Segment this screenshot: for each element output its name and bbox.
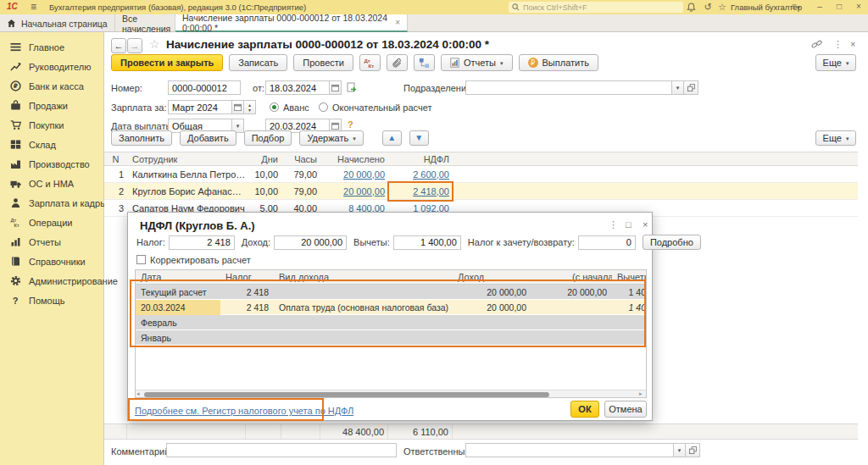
comment-input[interactable] bbox=[166, 443, 397, 457]
deductions-input[interactable] bbox=[393, 235, 461, 250]
help-question-icon[interactable]: ? bbox=[348, 119, 353, 130]
sidebar-item-bank-cash[interactable]: ₽ Банк и касса bbox=[0, 76, 103, 96]
global-search[interactable] bbox=[509, 2, 683, 13]
hamburger-menu-icon[interactable]: ≡ bbox=[31, 1, 36, 13]
window-minimize-icon[interactable]: – bbox=[812, 2, 827, 11]
ndfl-row-current[interactable]: Текущий расчет 2 418 20 000,00 20 000,00… bbox=[136, 285, 646, 300]
ndfl-link[interactable]: 2 418,00 bbox=[413, 186, 449, 197]
more-button-top[interactable]: Еще▾ bbox=[815, 54, 856, 71]
more-button-table[interactable]: Еще▾ bbox=[815, 130, 856, 146]
dialog-kebab-icon[interactable]: ⋮ bbox=[609, 219, 618, 230]
offset-input[interactable] bbox=[578, 235, 636, 250]
pay-button[interactable]: ₽ Выплатить bbox=[519, 54, 598, 71]
sidebar-item-warehouse[interactable]: Склад bbox=[0, 135, 103, 154]
scroll-left-arrow[interactable]: ◂ bbox=[136, 390, 140, 397]
calendar-icon[interactable] bbox=[330, 80, 342, 95]
purchases-cart-icon bbox=[9, 119, 21, 131]
pick-button[interactable]: Подбор bbox=[244, 130, 292, 146]
withhold-button[interactable]: Удержать▾ bbox=[299, 130, 363, 146]
tab-home[interactable]: Начальная страница bbox=[0, 14, 115, 32]
favorites-star-icon[interactable]: ☆ bbox=[715, 2, 730, 13]
sidebar-item-salary-hr[interactable]: Зарплата и кадры bbox=[0, 193, 103, 213]
post-button[interactable]: Провести bbox=[293, 54, 353, 71]
window-maximize-icon[interactable]: □ bbox=[832, 2, 847, 11]
sidebar-item-main[interactable]: Главное bbox=[0, 37, 103, 57]
sidebar-item-operations[interactable]: ДтКт Операции bbox=[0, 213, 103, 232]
save-button[interactable]: Записать bbox=[229, 54, 287, 71]
responsible-input[interactable] bbox=[465, 443, 674, 457]
scrollbar-thumb[interactable] bbox=[144, 392, 549, 397]
tab-all-accruals[interactable]: Все начисления × bbox=[115, 14, 175, 32]
calendar-icon[interactable] bbox=[232, 100, 244, 114]
date-input[interactable] bbox=[265, 80, 330, 95]
dropdown-arrow-icon[interactable]: ▾ bbox=[672, 80, 684, 95]
sidebar-item-fixed-assets[interactable]: ОС и НМА bbox=[0, 174, 103, 193]
income-input[interactable] bbox=[274, 235, 347, 250]
fill-button[interactable]: Заполнить bbox=[111, 130, 172, 146]
dt-kt-button[interactable]: ДтКт bbox=[359, 54, 381, 71]
ndfl-row-february[interactable]: Февраль bbox=[136, 315, 646, 330]
more-actions-icon[interactable]: ⋮ bbox=[833, 39, 843, 50]
ndfl-register-link[interactable]: Подробнее см. Регистр налогового учета п… bbox=[135, 406, 353, 416]
advance-radio[interactable] bbox=[270, 102, 279, 112]
post-and-close-button[interactable]: Провести и закрыть bbox=[111, 54, 223, 71]
attachments-button[interactable] bbox=[387, 54, 408, 71]
adjust-calc-checkbox[interactable] bbox=[136, 255, 146, 264]
favorite-star-icon[interactable]: ☆ bbox=[149, 37, 160, 51]
tab-salary-accrual[interactable]: Начисление зарплаты 0000-000012 от 18.03… bbox=[175, 14, 408, 32]
salary-for-input[interactable] bbox=[168, 100, 232, 114]
get-link-icon[interactable] bbox=[811, 39, 822, 52]
number-input[interactable] bbox=[168, 80, 241, 95]
reports-button[interactable]: Отчеты ▾ bbox=[441, 54, 513, 71]
sidebar-item-directories[interactable]: Справочники bbox=[0, 252, 103, 271]
tax-input[interactable] bbox=[169, 235, 235, 250]
dialog-maximize-icon[interactable]: □ bbox=[626, 219, 632, 230]
move-up-button[interactable]: ▲ bbox=[382, 130, 402, 146]
set-current-date-icon[interactable] bbox=[347, 82, 358, 95]
sidebar-item-purchases[interactable]: Покупки bbox=[0, 115, 103, 135]
history-icon[interactable]: ↺ bbox=[700, 2, 715, 13]
warehouse-grid-icon bbox=[9, 139, 21, 151]
structure-button[interactable] bbox=[414, 54, 435, 71]
open-link-icon[interactable] bbox=[684, 80, 698, 95]
window-titlebar: 1С ≡ Бухгалтерия предприятия (базовая), … bbox=[0, 0, 868, 14]
open-link-icon[interactable] bbox=[686, 443, 700, 457]
service-menu-icon[interactable]: ≡▾ bbox=[788, 2, 804, 11]
move-down-button[interactable]: ▼ bbox=[409, 130, 429, 146]
ndfl-row-selected[interactable]: 20.03.2024 2 418 Оплата труда (основная … bbox=[136, 300, 646, 315]
accrued-link[interactable]: 20 000,00 bbox=[343, 169, 385, 180]
close-form-icon[interactable]: × bbox=[850, 39, 855, 49]
horizontal-scrollbar[interactable]: ◂ ▸ bbox=[136, 390, 646, 398]
tab-close-icon[interactable]: × bbox=[395, 18, 400, 27]
dialog-close-icon[interactable]: × bbox=[643, 219, 648, 230]
department-input[interactable] bbox=[465, 80, 672, 95]
accrued-link[interactable]: 20 000,00 bbox=[343, 186, 385, 197]
sidebar-item-sales[interactable]: Продажи bbox=[0, 96, 103, 115]
sidebar-item-manager[interactable]: Руководителю bbox=[0, 57, 103, 76]
sidebar-item-production[interactable]: Производство bbox=[0, 154, 103, 174]
ndfl-table-header: Дата Налог Вид дохода Доход (с начала го… bbox=[136, 270, 646, 285]
back-button[interactable]: ← bbox=[111, 38, 126, 53]
details-button[interactable]: Подробно bbox=[643, 235, 701, 250]
ndfl-link[interactable]: 2 600,00 bbox=[413, 169, 449, 180]
search-input[interactable] bbox=[523, 3, 676, 12]
scroll-right-arrow[interactable]: ▸ bbox=[639, 390, 643, 397]
forward-button[interactable]: → bbox=[127, 38, 142, 53]
sidebar-item-reports[interactable]: Отчеты bbox=[0, 232, 103, 252]
table-row[interactable]: 1 Калиткина Белла Петровна 10,00 79,00 2… bbox=[104, 166, 858, 183]
window-close-icon[interactable]: × bbox=[851, 2, 866, 11]
sidebar-item-help[interactable]: ? Помощь bbox=[0, 291, 103, 310]
ok-button[interactable]: ОК bbox=[570, 401, 599, 418]
table-row-selected[interactable]: 2 Круглов Борис Афанасье… 10,00 79,00 20… bbox=[104, 183, 858, 200]
dropdown-arrow-icon[interactable]: ▾ bbox=[674, 443, 686, 457]
dropdown-arrow-icon: ▾ bbox=[846, 60, 849, 66]
sidebar-item-administration[interactable]: Администрирование bbox=[0, 271, 103, 291]
cell-income: 20 000,00 bbox=[453, 287, 535, 297]
ndfl-row-january[interactable]: Январь bbox=[136, 330, 646, 346]
add-button[interactable]: Добавить bbox=[180, 130, 236, 146]
notifications-bell-icon[interactable] bbox=[687, 3, 696, 12]
final-calc-radio[interactable] bbox=[319, 102, 328, 112]
cancel-button[interactable]: Отмена bbox=[604, 401, 647, 418]
table-command-bar: Заполнить Добавить Подбор Удержать▾ ▲ ▼ bbox=[111, 130, 429, 146]
spin-buttons[interactable]: ▴▾ bbox=[244, 100, 256, 114]
